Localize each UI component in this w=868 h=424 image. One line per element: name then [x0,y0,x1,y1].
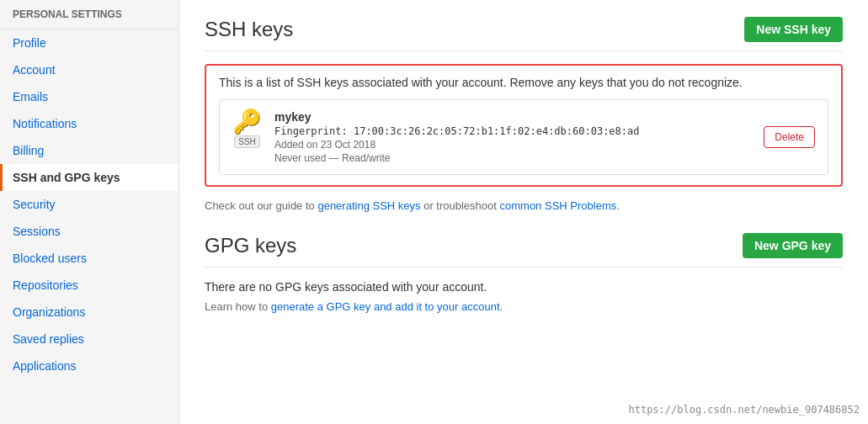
sidebar-item-emails[interactable]: Emails [0,83,178,110]
ssh-guide-text: Check out our guide to generating SSH ke… [205,199,843,212]
guide-prefix: Check out our guide to [205,199,317,212]
gpg-section: GPG keys New GPG key There are no GPG ke… [205,233,843,313]
ssh-alert-text: This is a list of SSH keys associated wi… [219,76,828,89]
ssh-alert-box: This is a list of SSH keys associated wi… [205,64,843,187]
key-usage: Never used — Read/write [274,152,640,164]
ssh-key-item: 🔑 SSH mykey Fingerprint: 17:00:3c:26:2c:… [219,99,828,175]
sidebar-item-billing[interactable]: Billing [0,137,178,164]
gpg-section-header: GPG keys New GPG key [205,233,843,268]
key-added: Added on 23 Oct 2018 [274,139,640,151]
sidebar: Personal settings Profile Account Emails… [0,0,179,424]
sidebar-item-ssh-gpg[interactable]: SSH and GPG keys [0,164,178,191]
new-ssh-key-button[interactable]: New SSH key [744,17,843,42]
sidebar-item-security[interactable]: Security [0,191,178,218]
sidebar-item-applications[interactable]: Applications [0,352,178,379]
sidebar-item-profile[interactable]: Profile [0,29,178,56]
key-icon: 🔑 [232,110,262,134]
sidebar-item-notifications[interactable]: Notifications [0,110,178,137]
key-fingerprint: Fingerprint: 17:00:3c:26:2c:05:72:b1:1f:… [274,125,640,137]
generating-ssh-keys-link[interactable]: generating SSH keys [317,199,420,212]
fingerprint-label: Fingerprint: [274,125,348,137]
ssh-section-header: SSH keys New SSH key [205,17,843,51]
guide-suffix: . [616,199,620,212]
no-gpg-keys-text: There are no GPG keys associated with yo… [205,280,843,294]
ssh-section-title: SSH keys [205,18,293,41]
gpg-learn-text: Learn how to generate a GPG key and add … [205,300,843,313]
ssh-key-info: 🔑 SSH mykey Fingerprint: 17:00:3c:26:2c:… [232,110,640,164]
gpg-section-title: GPG keys [205,234,296,257]
guide-middle: or troubleshoot [421,199,500,212]
sidebar-item-organizations[interactable]: Organizations [0,299,178,326]
sidebar-item-blocked-users[interactable]: Blocked users [0,245,178,272]
fingerprint-value: 17:00:3c:26:2c:05:72:b1:1f:02:e4:db:60:0… [354,125,640,137]
sidebar-item-saved-replies[interactable]: Saved replies [0,326,178,352]
sidebar-item-sessions[interactable]: Sessions [0,218,178,245]
generate-gpg-key-link[interactable]: generate a GPG key and add it to your ac… [271,300,500,313]
sidebar-header: Personal settings [0,0,178,29]
common-ssh-problems-link[interactable]: common SSH Problems [500,199,617,212]
key-details: mykey Fingerprint: 17:00:3c:26:2c:05:72:… [274,110,640,164]
learn-prefix: Learn how to [205,300,271,313]
learn-suffix: . [500,300,503,313]
key-name: mykey [274,110,640,124]
sidebar-item-repositories[interactable]: Repositories [0,272,178,299]
watermark: https://blog.csdn.net/newbie_907486852 [628,404,860,416]
ssh-section: SSH keys New SSH key This is a list of S… [205,17,843,212]
ssh-icon-wrapper: 🔑 SSH [232,110,262,148]
ssh-type-label: SSH [234,135,260,148]
delete-key-button[interactable]: Delete [764,126,815,148]
new-gpg-key-button[interactable]: New GPG key [743,233,843,258]
sidebar-item-account[interactable]: Account [0,56,178,83]
main-content: SSH keys New SSH key This is a list of S… [179,0,868,424]
